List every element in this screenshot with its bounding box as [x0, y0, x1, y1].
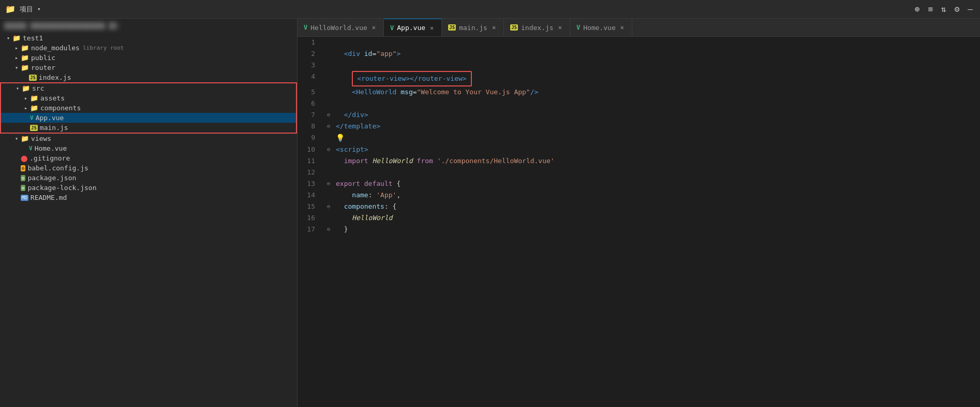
tree-item-test1[interactable]: 📁 test1: [0, 33, 297, 43]
json-icon-package-lock: ⚙: [21, 185, 25, 191]
code-line-4: 4 <router-view></router-view>: [298, 71, 980, 86]
code-line-9: 9 💡: [298, 132, 980, 144]
tree-item-router-index[interactable]: JS index.js: [0, 72, 297, 82]
toolbar-collapse-icon[interactable]: ⇅: [941, 4, 946, 14]
tree-item-router[interactable]: 📁 router: [0, 63, 297, 72]
gutter-10[interactable]: ⊖: [323, 144, 334, 155]
gutter-8[interactable]: ⊖: [323, 121, 334, 132]
tree-item-src[interactable]: 📁 src: [1, 83, 296, 93]
tab-label-helloworld: HelloWorld.vue: [310, 24, 367, 32]
tree-item-public[interactable]: 📁 public: [0, 53, 297, 63]
toolbar-add-icon[interactable]: ⊕: [915, 4, 920, 14]
code-line-8: 8 ⊖ </template>: [298, 121, 980, 132]
tab-main-js[interactable]: JS main.js ✕: [442, 19, 504, 36]
js-icon-main-js: JS: [30, 125, 38, 131]
folder-icon-assets: 📁: [30, 94, 38, 102]
tree-item-app-vue[interactable]: V App.vue: [1, 113, 296, 123]
toolbar-minimize-icon[interactable]: —: [968, 4, 973, 14]
fold-icon-10[interactable]: ⊖: [327, 144, 330, 155]
label-readme: README.md: [31, 194, 67, 201]
gutter-13[interactable]: ⊖: [323, 178, 334, 190]
toolbar: 📁 项目 ▾ ⊕ ≡ ⇅ ⚙ —: [0, 0, 980, 19]
tab-close-main-js[interactable]: ✕: [491, 23, 497, 32]
fold-icon-8[interactable]: ⊖: [327, 121, 330, 132]
tree-item-readme[interactable]: MD README.md: [0, 193, 297, 202]
babel-icon: ⚙: [21, 165, 25, 171]
line-content-4: <router-view></router-view>: [334, 71, 980, 86]
tab-home-vue[interactable]: V Home.vue ✕: [570, 19, 632, 36]
line-num-12: 12: [298, 167, 323, 178]
label-gitignore: .gitignore: [29, 154, 70, 162]
folder-icon-test1: 📁: [12, 34, 21, 42]
line-num-8: 8: [298, 121, 323, 132]
tree-item-package-lock[interactable]: ⚙ package-lock.json: [0, 183, 297, 193]
gutter-17[interactable]: ⊖: [323, 224, 334, 235]
code-line-6: 6: [298, 98, 980, 109]
line-num-2: 2: [298, 48, 323, 60]
tab-helloworld-vue[interactable]: V HelloWorld.vue ✕: [298, 19, 384, 36]
tab-close-app[interactable]: ✕: [428, 24, 435, 32]
line-num-15: 15: [298, 201, 323, 212]
line-num-3: 3: [298, 60, 323, 71]
toolbar-folder-icon: 📁: [5, 4, 16, 14]
tab-close-index-js[interactable]: ✕: [557, 23, 563, 32]
arrow-node-modules: [12, 45, 21, 51]
tree-item-components[interactable]: 📁 components: [1, 103, 296, 113]
label-test1: test1: [23, 34, 43, 42]
tree-item-assets[interactable]: 📁 assets: [1, 93, 296, 103]
tree-item-views[interactable]: 📁 views: [0, 134, 297, 143]
js-icon-router-index: JS: [29, 75, 37, 81]
code-line-3: 3: [298, 60, 980, 71]
line-content-17: }: [334, 224, 980, 235]
line-num-11: 11: [298, 155, 323, 167]
blurred-path: ██████ ████████████████████.██2: [0, 19, 297, 33]
label-package-json: package.json: [27, 174, 76, 182]
tree-item-babel-config[interactable]: ⚙ babel.config.js: [0, 163, 297, 173]
fold-icon-15[interactable]: ⊖: [327, 201, 330, 212]
label-components: components: [40, 104, 81, 112]
tree-item-main-js[interactable]: JS main.js: [1, 123, 296, 133]
label-assets: assets: [40, 94, 65, 102]
vue-icon-tab-helloworld: V: [304, 24, 307, 31]
json-icon-package: ⚙: [21, 175, 25, 181]
folder-icon-public: 📁: [21, 54, 29, 62]
tree-item-package-json[interactable]: ⚙ package.json: [0, 173, 297, 183]
code-line-1: 1: [298, 37, 980, 48]
tab-app-vue[interactable]: V App.vue ✕: [384, 19, 442, 36]
line-num-7: 7: [298, 109, 323, 121]
tab-close-helloworld[interactable]: ✕: [370, 23, 377, 32]
arrow-src: [13, 85, 22, 91]
label-router-index: index.js: [39, 74, 71, 81]
tab-close-home-vue[interactable]: ✕: [619, 23, 626, 32]
tree-item-gitignore[interactable]: ⬤ .gitignore: [0, 153, 297, 163]
arrow-router: [12, 65, 21, 70]
toolbar-project-label[interactable]: 项目: [20, 5, 33, 14]
code-editor[interactable]: 1 2 <div id="app"> 3 4 <router-v: [298, 37, 980, 407]
vue-icon-tab-app: V: [390, 24, 394, 32]
toolbar-settings-icon[interactable]: ⚙: [955, 4, 960, 14]
code-line-15: 15 ⊖ components: {: [298, 201, 980, 212]
fold-icon-7[interactable]: ⊖: [327, 109, 330, 121]
code-line-17: 17 ⊖ }: [298, 224, 980, 235]
toolbar-align-icon[interactable]: ≡: [928, 4, 933, 14]
line-content-2: <div id="app">: [334, 48, 980, 60]
toolbar-dropdown-icon[interactable]: ▾: [37, 6, 41, 12]
line-content-10: <script>: [334, 144, 980, 155]
js-icon-tab-main: JS: [448, 24, 456, 31]
code-line-12: 12: [298, 167, 980, 178]
tree-item-home-vue[interactable]: V Home.vue: [0, 143, 297, 153]
code-line-16: 16 HelloWorld: [298, 212, 980, 224]
line-num-6: 6: [298, 98, 323, 109]
gutter-15[interactable]: ⊖: [323, 201, 334, 212]
tab-label-home-vue: Home.vue: [583, 24, 616, 32]
fold-icon-17[interactable]: ⊖: [327, 224, 330, 235]
fold-icon-13[interactable]: ⊖: [327, 178, 330, 190]
code-line-10: 10 ⊖ <script>: [298, 144, 980, 155]
vue-icon-home-vue: V: [29, 145, 33, 152]
bulb-icon[interactable]: 💡: [336, 134, 345, 142]
tab-index-js[interactable]: JS index.js ✕: [504, 19, 570, 36]
code-line-5: 5 <HelloWorld msg="Welcome to Your Vue.j…: [298, 86, 980, 98]
folder-icon-components: 📁: [30, 104, 38, 112]
gutter-7[interactable]: ⊖: [323, 109, 334, 121]
tree-item-node-modules[interactable]: 📁 node_modules library root: [0, 43, 297, 53]
